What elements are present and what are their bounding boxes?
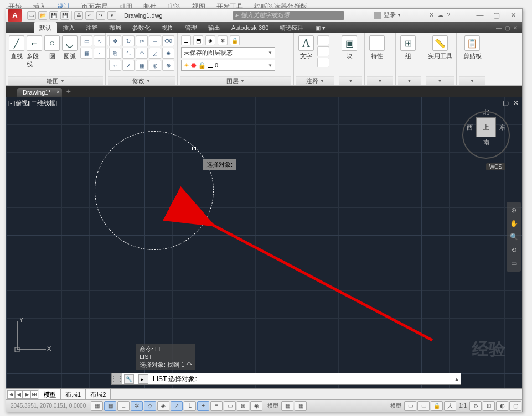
annoscale-icon[interactable]: 🔒 [431, 401, 443, 411]
status-grid2-icon[interactable]: ▦ [281, 401, 293, 411]
hardware-accel-icon[interactable]: ⊡ [483, 401, 495, 411]
help-icon[interactable]: ? [447, 12, 450, 19]
mirror-icon[interactable]: ⇋ [122, 48, 135, 59]
annovis-icon[interactable]: 人 [444, 401, 456, 411]
ribbon-tab-annotate[interactable]: 注释 [80, 22, 104, 34]
ribbon-tab-featured[interactable]: 精选应用 [274, 22, 309, 34]
ribbon-tab-default[interactable]: 默认 [34, 22, 57, 34]
cmdline-tool-icon[interactable]: 🔧 [124, 374, 134, 384]
vp-minimize-icon[interactable]: — [492, 99, 498, 107]
qp-toggle[interactable]: ⊞ [237, 401, 249, 411]
viewcube-compass[interactable] [462, 111, 510, 159]
infocenter-search[interactable]: ▸键入关键字或短语 [233, 11, 344, 20]
stayconnected-icon[interactable]: ☁ [437, 12, 443, 19]
viewcube[interactable]: 北 西 上 东 南 [461, 108, 511, 169]
ribbon-tab-layout[interactable]: 布局 [104, 22, 127, 34]
new-doc-tab-icon[interactable]: + [66, 87, 71, 97]
rectangle-icon[interactable]: ▭ [80, 35, 92, 46]
snap-toggle[interactable]: ▦ [91, 401, 103, 411]
extend-icon[interactable]: → [149, 35, 161, 46]
lwt-toggle[interactable]: ≡ [210, 401, 223, 411]
ribbon-tab-output[interactable]: 输出 [203, 22, 226, 34]
array-icon[interactable]: ▦ [136, 60, 148, 71]
chamfer-icon[interactable]: ◿ [149, 48, 161, 59]
point-icon[interactable]: · [94, 48, 106, 59]
group-button[interactable]: ⊞组 [398, 34, 418, 61]
quickview-drawings-icon[interactable]: ▭ [417, 401, 430, 411]
explode-icon[interactable]: ✷ [162, 48, 174, 59]
layer-states-icon[interactable]: ⬒ [193, 35, 203, 45]
table-icon[interactable] [317, 58, 329, 67]
osnap-toggle[interactable]: ◇ [144, 401, 156, 411]
ribbon-tab-manage[interactable]: 管理 [179, 22, 203, 34]
exchange-icon[interactable]: ✕ [429, 12, 434, 19]
layout-tab-model[interactable]: 模型 [39, 389, 61, 400]
arc-button[interactable]: ◡圆弧 [61, 34, 78, 61]
offset-icon[interactable]: ◎ [149, 60, 161, 71]
layer-freeze-icon[interactable]: ❄ [218, 35, 228, 45]
polar-toggle[interactable]: ✲ [131, 401, 143, 411]
erase-icon[interactable]: ⌫ [162, 35, 174, 46]
polyline-button[interactable]: ⌐多段线 [26, 34, 43, 70]
dyn-toggle[interactable]: + [197, 401, 209, 411]
current-layer-combo[interactable]: ☀⬣🔓 0▼ [181, 60, 275, 71]
cleanscreen-icon[interactable]: ▢ [509, 401, 521, 411]
vp-close-icon[interactable]: ✕ [513, 99, 519, 107]
layout-nav-last-icon[interactable]: ⏭ [30, 390, 38, 399]
wcs-badge[interactable]: WCS [486, 163, 505, 170]
nav-pan-icon[interactable]: ✋ [509, 219, 519, 228]
ribbon-tab-parametric[interactable]: 参数化 [127, 22, 156, 34]
model-space-label[interactable]: 模型 [265, 402, 281, 410]
command-input[interactable] [151, 375, 453, 383]
layout-nav-prev-icon[interactable]: ◀ [15, 390, 23, 399]
properties-button[interactable]: 特性 [367, 34, 387, 61]
doc-minimize-icon[interactable]: — [496, 25, 502, 31]
layer-lock-icon[interactable]: 🔒 [230, 35, 240, 45]
open-icon[interactable]: 📂 [38, 11, 47, 20]
saveas-icon[interactable]: 💾 [60, 11, 69, 20]
leader-icon[interactable] [317, 46, 329, 56]
status-grid3-icon[interactable]: ▦ [295, 401, 307, 411]
block-button[interactable]: ▣块 [339, 34, 359, 61]
app-logo[interactable]: A [8, 9, 22, 22]
layout-tab-2[interactable]: 布局2 [85, 389, 111, 400]
minimize-button[interactable]: — [474, 11, 485, 19]
anno-scale-value[interactable]: 1:1 [457, 403, 469, 409]
circle-button[interactable]: ○圆 [44, 34, 60, 61]
trim-icon[interactable]: ✂ [136, 35, 148, 46]
nav-orbit-icon[interactable]: ⟲ [509, 245, 519, 255]
new-icon[interactable]: ▭ [27, 11, 36, 20]
move-icon[interactable]: ✥ [109, 35, 121, 46]
save-icon[interactable]: 💾 [49, 11, 58, 20]
drawing-area[interactable]: [-][俯视][二维线框] — ▢ ✕ 选择对象: 北 西 上 东 南 WCS [6, 97, 522, 388]
stretch-icon[interactable]: ↔ [109, 60, 121, 71]
join-icon[interactable]: ⊕ [162, 60, 174, 71]
maximize-button[interactable]: ▢ [491, 11, 502, 19]
ribbon-tab-view[interactable]: 视图 [156, 22, 179, 34]
doc-close-icon[interactable]: ✕ [513, 25, 518, 31]
line-button[interactable]: ╱直线 [8, 34, 25, 61]
ducs-toggle[interactable]: L [184, 401, 196, 411]
layout-nav-next-icon[interactable]: ▶ [23, 390, 30, 399]
tpy-toggle[interactable]: ▭ [224, 401, 236, 411]
selection-grip[interactable] [192, 147, 196, 150]
doc-restore-icon[interactable]: ▢ [505, 25, 510, 31]
nav-showmotion-icon[interactable]: ▭ [509, 258, 519, 268]
hatch-icon[interactable]: ▦ [80, 48, 92, 59]
rotate-icon[interactable]: ↻ [122, 35, 135, 46]
document-tab[interactable]: Drawing1* × [17, 88, 62, 97]
ribbon-tab-extra[interactable]: ▣ ▾ [309, 23, 331, 33]
workspace-icon[interactable]: ⚙ [469, 401, 482, 411]
qat-dropdown-icon[interactable]: ▾ [107, 11, 116, 20]
undo-icon[interactable]: ↶ [85, 11, 94, 20]
sign-in[interactable]: 登录 ▾ [374, 11, 400, 19]
viewport-label[interactable]: [-][俯视][二维线框] [8, 99, 57, 107]
grid-toggle[interactable]: ▦ [104, 401, 116, 411]
nav-zoom-icon[interactable]: 🔍 [509, 232, 519, 242]
layout-tab-1[interactable]: 布局1 [60, 389, 86, 400]
ortho-toggle[interactable]: ∟ [117, 401, 130, 411]
cmdline-prompt-icon[interactable]: ▸_ [138, 374, 148, 384]
otrack-toggle[interactable]: ↗ [171, 401, 183, 411]
layer-properties-icon[interactable]: ≣ [181, 35, 191, 45]
redo-icon[interactable]: ↷ [96, 11, 105, 20]
